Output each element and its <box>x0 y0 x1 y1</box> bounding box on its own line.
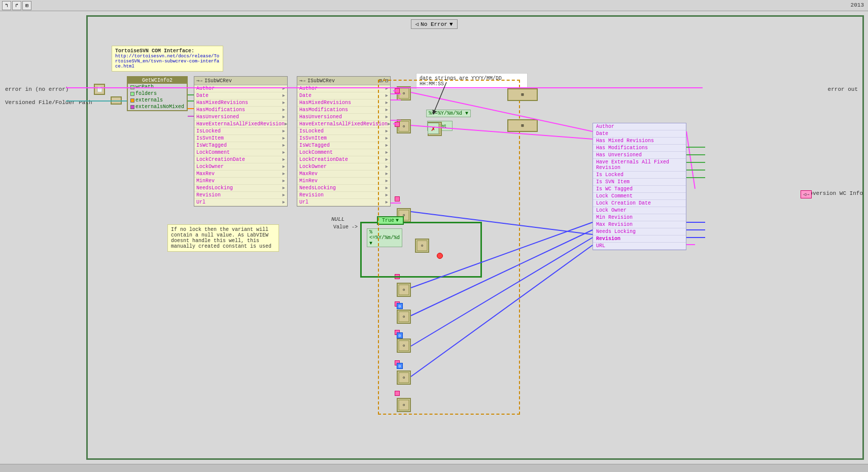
svn-row-needslocking: Needs Locking <box>593 228 686 235</box>
dropdown-icon: ▼ <box>449 21 453 27</box>
svn-row-hasmixed: Has Mixed Revisions <box>593 138 686 145</box>
year-label: 2013 <box>851 2 864 8</box>
versioned-path-label: Versioned File/Folder Path <box>5 99 92 106</box>
svn-row-hasmods: Has Modifications <box>593 145 686 152</box>
isubwcrev-left-row-hasmods: HasModifications► <box>194 107 287 114</box>
isubwcrev-right-row-maxrev: MaxRev► <box>297 171 390 178</box>
value-arrow-label: Value -> <box>333 224 358 230</box>
isubwcrev-right-block: ⇒→ ISubWCRev ⊞/⊟ Author► Date► HasMixedR… <box>297 76 391 207</box>
isubwcrev-left-block: ⇒→ ISubWCRev Author► Date► HasMixedRevis… <box>194 76 288 207</box>
getwcinfo-header: GetWCInfo2 <box>128 77 187 84</box>
null-comment-box: If no lock then the variant will contain… <box>167 224 279 252</box>
comment-url: http://tortoisesvn.net/docs/release/Tort… <box>115 54 220 69</box>
port-folders <box>130 92 134 96</box>
isubwcrev-left-row-maxrev: MaxRev► <box>194 171 287 178</box>
isubwcrev-left-row-minrev: MinRev► <box>194 178 287 185</box>
svn-output-cluster: Author Date Has Mixed Revisions Has Modi… <box>593 123 686 250</box>
svn-row-haveext: Have Externals All Fixed Revision <box>593 159 686 172</box>
isubwcrev-right-row-lockdate: LockCreationDate► <box>297 156 390 163</box>
toolbar-btn-1[interactable]: ↰ <box>2 1 11 10</box>
isubwcrev-left-row-lockowner: LockOwner► <box>194 163 287 171</box>
isubwcrev-right-row-needslocking: NeedsLocking► <box>297 185 390 192</box>
main-canvas: ↰ ↱ ⊞ 2013 ◁ No Error ▼ TortoiseSVN COM … <box>0 0 868 472</box>
getwcinfo-row-extnoMixed: externalsNoMixed <box>128 104 187 110</box>
isubwcrev-right-row-haveext: HaveExternalsAllFixedRevision► <box>297 121 390 128</box>
comment-title: TortoiseSVN COM Interface: <box>115 48 220 54</box>
isubwcrev-right-row-author: Author► <box>297 85 390 92</box>
toolbar: ↰ ↱ ⊞ 2013 <box>0 0 868 11</box>
null-comment-text: If no lock then the variant will contain… <box>171 227 271 249</box>
svn-row-maxrev: Max Revision <box>593 221 686 228</box>
isubwcrev-left-row-islocked: IsLocked► <box>194 128 287 135</box>
error-out-label: error out <box>828 86 858 92</box>
path-block <box>111 96 122 105</box>
isubwcrev-right-row-hasunver: HasUnversioned► <box>297 114 390 121</box>
svn-row-lockdate: Lock Creation Date <box>593 200 686 207</box>
dashed-container-main <box>378 80 520 415</box>
toolbar-btn-3[interactable]: ⊞ <box>22 1 31 10</box>
svn-row-hasunver: Has Unversioned <box>593 152 686 159</box>
toolbar-btn-2[interactable]: ↱ <box>12 1 21 10</box>
port-wcpath <box>130 85 134 89</box>
isubwcrev-right-row-hasmixed: HasMixedRevisions► <box>297 99 390 107</box>
svn-row-lockowner: Lock Owner <box>593 207 686 214</box>
isubwcrev-right-row-lockowner: LockOwner► <box>297 163 390 171</box>
getwcinfo-block: GetWCInfo2 wcPath folders externals exte… <box>127 76 188 111</box>
isubwcrev-left-header: ⇒→ ISubWCRev <box>194 77 287 85</box>
svn-row-lockcomment: Lock Comment <box>593 193 686 200</box>
isubwcrev-left-row-lockdate: LockCreationDate► <box>194 156 287 163</box>
svn-row-islocked: Is Locked <box>593 172 686 179</box>
comment-box: TortoiseSVN COM Interface: http://tortoi… <box>112 46 223 72</box>
null-label: NULL <box>331 216 344 222</box>
getwcinfo-row-folders: folders <box>128 90 187 97</box>
logic-block-2: ⊞ <box>507 119 538 132</box>
isubwcrev-right-row-hasmods: HasModifications► <box>297 107 390 114</box>
no-error-text: No Error <box>421 21 447 27</box>
no-error-indicator: ◁ No Error ▼ <box>410 19 457 29</box>
error-in-label: error in (no error) <box>5 86 68 92</box>
isubwcrev-right-row-lockcomment: LockComment► <box>297 149 390 156</box>
isubwcrev-right-row-url: Url► <box>297 199 390 206</box>
isubwcrev-left-row-author: Author► <box>194 85 287 92</box>
logic-block-1: ⊞ <box>507 88 538 101</box>
isubwcrev-left-row-iswc: IsWcTagged► <box>194 142 287 149</box>
isubwcrev-left-row-date: Date► <box>194 92 287 99</box>
svn-row-issvn: Is SVN Item <box>593 179 686 186</box>
arrow-left-icon: ◁ <box>415 21 419 27</box>
getwcinfo-row-externals: externals <box>128 97 187 104</box>
isubwcrev-right-row-revision: Revision► <box>297 192 390 199</box>
error-in-block: 📄 <box>94 84 105 95</box>
svn-row-iswc: Is WC Tagged <box>593 186 686 193</box>
svn-row-revision: Revision <box>593 235 686 243</box>
diagram: ◁ No Error ▼ TortoiseSVN COM Interface: … <box>0 11 868 464</box>
svn-wc-info-label: ◁→ Subversion WC Info <box>801 190 863 196</box>
isubwcrev-left-row-issvn: IsSvnItem► <box>194 135 287 142</box>
isubwcrev-right-row-issvn: IsSvnItem► <box>297 135 390 142</box>
isubwcrev-left-row-hasmixed: HasMixedRevisions► <box>194 99 287 107</box>
port-extnomixed <box>130 105 134 109</box>
isubwcrev-left-row-needslocking: NeedsLocking► <box>194 185 287 192</box>
svn-row-url: URL <box>593 243 686 250</box>
isubwcrev-right-row-islocked: IsLocked► <box>297 128 390 135</box>
isubwcrev-left-row-hasunver: HasUnversioned► <box>194 114 287 121</box>
svn-row-author: Author <box>593 123 686 130</box>
isubwcrev-left-row-revision: Revision► <box>194 192 287 199</box>
svn-row-minrev: Min Revision <box>593 214 686 221</box>
port-externals <box>130 98 134 103</box>
svn-row-date: Date <box>593 130 686 138</box>
isubwcrev-left-row-lockcomment: LockComment► <box>194 149 287 156</box>
isubwcrev-left-row-url: Url► <box>194 199 287 206</box>
isubwcrev-right-header: ⇒→ ISubWCRev ⊞/⊟ <box>297 77 390 85</box>
isubwcrev-left-row-haveext: HaveExternalsAllFixedRevision► <box>194 121 287 128</box>
isubwcrev-right-row-date: Date► <box>297 92 390 99</box>
bottom-bar <box>0 464 868 472</box>
error-x-block: ✗ <box>428 123 439 134</box>
getwcinfo-row-wcpath: wcPath <box>128 84 187 90</box>
arrow-connector-left: ◁→ <box>801 190 812 198</box>
isubwcrev-right-row-minrev: MinRev► <box>297 178 390 185</box>
isubwcrev-right-row-iswc: IsWcTagged► <box>297 142 390 149</box>
